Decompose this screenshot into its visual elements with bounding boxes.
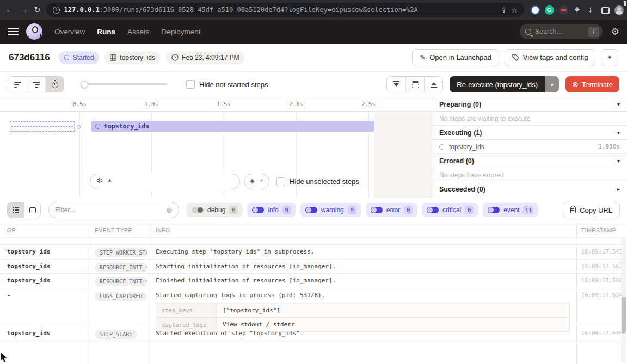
downloads-icon[interactable] [587, 5, 597, 15]
toggle-info[interactable]: info 0 [247, 203, 296, 217]
clear-filter-icon[interactable]: ⊗ [166, 206, 173, 214]
chevron-up-icon: ⌃ [259, 178, 263, 184]
event-type-chip: RESOURCE_INIT_STAR… [95, 263, 147, 272]
extension-icon[interactable] [559, 5, 568, 15]
hide-not-started-checkbox[interactable] [186, 80, 195, 89]
log-row[interactable]: topstory_ids RESOURCE_INIT_SUCC… Finishe… [0, 274, 627, 288]
rows-icon [412, 81, 419, 88]
view-timed-button[interactable] [45, 77, 64, 92]
graph-icon [97, 178, 103, 185]
open-in-launchpad-button[interactable]: ✎ Open in Launchpad [412, 49, 499, 66]
toggle-error[interactable]: error 0 [366, 203, 417, 217]
site-info-icon[interactable]: i [53, 7, 60, 14]
step-panel-view-group [386, 76, 443, 92]
hamburger-menu-icon[interactable] [8, 28, 19, 35]
password-extension-icon[interactable] [531, 5, 540, 15]
job-grid-icon [110, 54, 116, 61]
address-bar[interactable]: i 127.0.0.1:3000/runs/673d6116-0528-45df… [46, 3, 524, 17]
log-row-logs-captured[interactable]: - LOGS_CAPTURED Started capturing logs i… [0, 288, 627, 326]
layers-icon [250, 179, 255, 184]
log-scrollbar-track[interactable] [621, 238, 626, 363]
job-name-tag[interactable]: topstory_ids [104, 51, 161, 64]
log-table-header: OP EVENT TYPE INFO TIMESTAMP [0, 223, 627, 238]
expand-all-button[interactable] [424, 77, 442, 92]
structured-icon [29, 207, 36, 213]
dagster-logo[interactable] [26, 23, 42, 40]
critical-count-badge: 0 [465, 206, 474, 214]
side-panel-icon[interactable] [601, 7, 610, 14]
view-tags-config-button[interactable]: View tags and config [505, 49, 596, 66]
log-level-toggles: debug 0 info 0 warning 0 error 0 critica… [187, 203, 538, 217]
section-succeeded[interactable]: Succeeded (0) ▸ [432, 182, 627, 196]
share-icon[interactable]: ⇪ [501, 6, 507, 14]
settings-gear-icon[interactable]: ⚙ [611, 26, 619, 38]
run-timestamp-tag: Feb 23, 4:09:17 PM [166, 51, 244, 64]
browser-reload-icon[interactable]: ↻ [34, 5, 41, 15]
log-row[interactable]: topstory_ids STEP_START Started executio… [0, 326, 627, 343]
profile-avatar[interactable] [614, 5, 624, 15]
toggle-critical[interactable]: critical 0 [422, 203, 478, 217]
extensions-puzzle-icon[interactable] [573, 5, 582, 15]
nav-items: Overview Runs Assets Deployment [54, 28, 201, 36]
toggle-debug[interactable]: debug 0 [187, 203, 243, 217]
log-structured-view-button[interactable] [24, 202, 40, 218]
view-waterfall-button[interactable] [27, 77, 45, 92]
section-executing[interactable]: Executing (1) ▾ [432, 126, 627, 140]
layers-zoom-button[interactable]: ⌃ [244, 174, 269, 189]
info-count-badge: 0 [282, 206, 291, 214]
step-selection-input[interactable] [108, 178, 233, 186]
caret-down-icon: ▾ [617, 101, 620, 107]
log-row[interactable]: topstory_ids STEP_WORKER_STARTED Executi… [0, 245, 627, 260]
preparing-empty-text: No steps are waiting to execute [432, 112, 627, 126]
gantt-connector-dot [77, 125, 81, 129]
gantt-step-bar[interactable]: topstory_ids [91, 121, 374, 132]
zoom-slider[interactable] [81, 83, 168, 85]
log-row[interactable]: topstory_ids RESOURCE_INIT_STAR… Startin… [0, 260, 627, 274]
toggle-event[interactable]: event 11 [483, 203, 538, 217]
copy-url-button[interactable]: Copy URL [563, 202, 620, 218]
nav-item-assets[interactable]: Assets [127, 28, 150, 36]
collapse-all-button[interactable] [387, 77, 405, 92]
hide-unselected-checkbox-row[interactable]: Hide unselected steps [276, 174, 359, 189]
step-spinner-icon [439, 144, 445, 150]
log-scrollbar-thumb[interactable] [622, 297, 626, 334]
errored-empty-text: No steps have errored [432, 168, 627, 182]
browser-back-icon[interactable]: ← [5, 5, 14, 15]
chevron-down-icon: ▾ [608, 54, 611, 61]
terminate-button[interactable]: ⊗ Terminate [565, 76, 619, 92]
view-flat-button[interactable] [8, 77, 27, 92]
step-spinner-icon [95, 124, 101, 129]
run-id: 673d6116 [9, 52, 50, 63]
debug-switch [192, 207, 204, 213]
row-view-button[interactable] [405, 77, 424, 92]
eject-icon [431, 81, 437, 88]
executing-step-row[interactable]: topstory_ids 1.980s [432, 140, 627, 154]
nav-item-overview[interactable]: Overview [54, 28, 85, 36]
section-errored[interactable]: Errored (0) ▾ [432, 154, 627, 168]
hide-unselected-label: Hide unselected steps [290, 177, 359, 186]
grammarly-extension-icon[interactable]: G [545, 5, 554, 15]
terminate-x-icon: ⊗ [572, 80, 579, 89]
gantt-bar-label: topstory_ids [104, 122, 149, 130]
nav-item-deployment[interactable]: Deployment [162, 28, 201, 36]
reexecute-button[interactable]: Re-execute (topstory_ids) [450, 76, 545, 92]
bookmark-star-icon[interactable]: ☆ [511, 6, 518, 14]
nav-item-runs[interactable]: Runs [97, 28, 115, 36]
col-event-type: EVENT TYPE [90, 223, 151, 237]
hide-unselected-checkbox[interactable] [276, 177, 285, 186]
log-filter-input[interactable] [55, 206, 162, 214]
browser-forward-icon[interactable]: → [20, 5, 28, 15]
section-preparing[interactable]: Preparing (0) ▾ [432, 97, 627, 112]
log-list-view-button[interactable] [8, 202, 24, 218]
hide-not-started-checkbox-row[interactable]: Hide not started steps [186, 80, 268, 89]
gantt-future-region [374, 112, 432, 198]
search-icon [525, 29, 531, 35]
pencil-icon: ✎ [420, 53, 426, 61]
toggle-warning[interactable]: warning 0 [300, 203, 361, 217]
log-row-partial[interactable]: topstory_ids STEP_WORKER_STARTI… Launchi… [0, 238, 627, 245]
zoom-slider-knob[interactable] [81, 81, 88, 88]
critical-switch [427, 207, 439, 213]
reexecute-dropdown-caret[interactable]: ▾ [545, 76, 559, 92]
global-search[interactable]: Search... / [520, 24, 603, 39]
run-actions-dropdown-button[interactable]: ▾ [601, 49, 618, 66]
